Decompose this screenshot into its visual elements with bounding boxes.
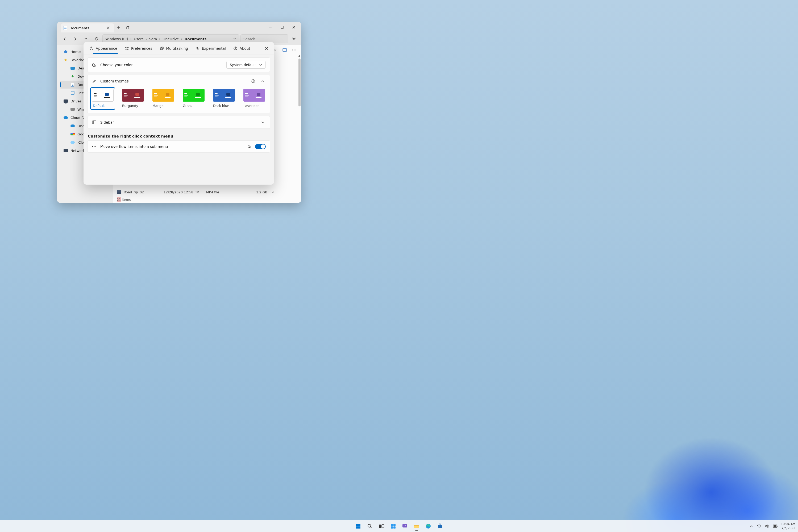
taskview-icon [379, 524, 384, 529]
theme-option-grass[interactable]: Grass [183, 89, 205, 108]
window-tab-documents[interactable]: Documents [61, 23, 114, 33]
edge-button[interactable] [423, 521, 433, 531]
close-window-button[interactable] [288, 23, 300, 32]
theme-swatch [183, 89, 205, 101]
battery-icon [773, 525, 778, 528]
tab-experimental[interactable]: Experimental [193, 42, 228, 55]
store-button[interactable] [435, 521, 445, 531]
tab-label: About [240, 46, 250, 51]
svg-point-24 [94, 146, 95, 147]
home-icon [63, 50, 68, 54]
tray-overflow-button[interactable] [749, 524, 754, 529]
breadcrumb-segment[interactable]: Users [134, 37, 144, 41]
back-button[interactable] [60, 34, 70, 44]
start-button[interactable] [353, 521, 363, 531]
breadcrumb-dropdown[interactable] [233, 37, 236, 40]
theme-label: Burgundy [122, 104, 144, 108]
forward-button[interactable] [71, 34, 80, 44]
tab-close-button[interactable] [105, 25, 111, 31]
minimize-button[interactable] [264, 23, 276, 32]
svg-rect-35 [391, 527, 393, 529]
titlebar: Documents [57, 22, 301, 33]
taskview-button[interactable] [376, 521, 386, 531]
file-explorer-taskbar-button[interactable] [412, 521, 422, 531]
tab-multitasking[interactable]: Multitasking [157, 42, 190, 55]
themes-row: DefaultBurgundyMangoGrassDark blueLavend… [88, 87, 270, 113]
settings-button[interactable] [289, 34, 299, 43]
theme-option-dark-blue[interactable]: Dark blue [213, 89, 235, 108]
store-icon [437, 524, 443, 529]
breadcrumb-segment[interactable]: Windows (C:) [105, 37, 128, 41]
svg-point-10 [92, 48, 93, 48]
copy-icon [159, 46, 164, 51]
settings-dialog: Appearance Preferences Multitasking Expe… [83, 42, 274, 185]
search-taskbar-button[interactable] [365, 521, 375, 531]
theme-option-burgundy[interactable]: Burgundy [122, 89, 144, 108]
theme-option-default[interactable]: Default [90, 87, 115, 110]
star-icon: ★ [63, 58, 68, 62]
card-title: Choose your color [100, 63, 223, 67]
arrow-left-icon [62, 37, 67, 41]
chevron-down-icon [259, 63, 262, 66]
file-size: 1.2 GB [246, 190, 267, 194]
clock-time: 10:04 AM [781, 522, 795, 526]
theme-label: Mango [152, 104, 174, 108]
theme-option-mango[interactable]: Mango [152, 89, 174, 108]
volume-icon [765, 524, 769, 528]
battery-button[interactable] [773, 524, 778, 529]
svg-point-23 [92, 146, 93, 147]
onedrive-icon [71, 124, 75, 128]
color-select[interactable]: System default [226, 61, 266, 69]
document-icon [71, 82, 75, 87]
more-icon [92, 144, 97, 149]
svg-point-21 [253, 80, 253, 81]
file-type: MP4 file [206, 190, 246, 194]
svg-rect-37 [402, 524, 407, 528]
desktop-icon [71, 66, 75, 70]
themes-collapse-button[interactable] [260, 78, 266, 84]
theme-option-lavender[interactable]: Lavender [243, 89, 265, 108]
tab-about[interactable]: About [231, 42, 253, 55]
theme-swatch [122, 89, 144, 101]
maximize-button[interactable] [276, 23, 288, 32]
breadcrumb-segment[interactable]: OneDrive [163, 37, 179, 41]
widgets-button[interactable] [388, 521, 398, 531]
arrow-up-icon [84, 37, 88, 41]
volume-button[interactable] [765, 524, 770, 529]
tab-appearance[interactable]: Appearance [87, 42, 120, 55]
more-button[interactable] [290, 46, 298, 54]
search-input[interactable] [243, 37, 289, 41]
windows-icon [355, 523, 361, 529]
svg-point-38 [404, 525, 404, 526]
tab-title: Documents [70, 26, 89, 30]
chat-button[interactable] [400, 521, 410, 531]
scrollbar-up-arrow[interactable]: ▲ [299, 54, 300, 57]
table-row[interactable]: RoadTrip_02 12/28/2020 12:58 PM MP4 file… [117, 188, 295, 196]
scrollbar-thumb[interactable] [299, 58, 301, 107]
table-row[interactable] [117, 196, 295, 203]
svg-rect-14 [161, 47, 163, 49]
svg-rect-13 [160, 48, 163, 50]
svg-point-16 [198, 47, 199, 48]
file-checkmark: ✓ [267, 190, 275, 194]
tabs-overview-icon [126, 26, 130, 30]
breadcrumb-segment[interactable]: Sara [149, 37, 157, 41]
download-icon [71, 74, 75, 78]
tab-overview-button[interactable] [123, 23, 132, 32]
sidebar-card[interactable]: Sidebar [87, 116, 270, 129]
tab-preferences[interactable]: Preferences [122, 42, 155, 55]
layout-button[interactable] [281, 46, 288, 54]
drive-icon [71, 107, 75, 111]
themes-info-button[interactable] [250, 78, 256, 84]
svg-rect-41 [438, 525, 442, 528]
sidebar-expand-button[interactable] [260, 119, 266, 125]
breadcrumb-current[interactable]: Documents [185, 37, 206, 41]
wifi-button[interactable] [757, 524, 762, 529]
overflow-toggle[interactable] [255, 144, 266, 149]
settings-close-button[interactable] [262, 44, 271, 53]
new-tab-button[interactable] [114, 23, 123, 32]
clock[interactable]: 10:04 AM 7/5/2022 [781, 522, 795, 530]
svg-rect-44 [774, 525, 776, 527]
chevron-right-icon: › [146, 37, 147, 41]
file-icon [117, 190, 121, 194]
